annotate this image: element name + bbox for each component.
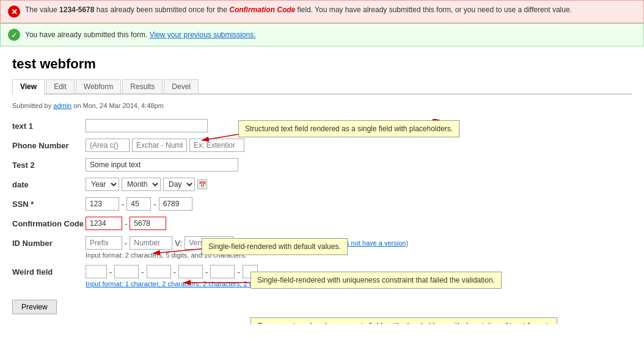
ssn-group: - - <box>86 197 632 211</box>
ssn-part2-input[interactable] <box>126 197 151 211</box>
calendar-icon[interactable]: 📅 <box>197 179 207 189</box>
tab-devel[interactable]: Devel <box>164 79 199 93</box>
ssn-part1-input[interactable] <box>86 197 119 211</box>
confirmation-field-row: Confirmation Code - <box>12 217 632 230</box>
phone-exchange-input[interactable] <box>132 139 187 152</box>
weird-group: - - - - - <box>86 265 632 278</box>
admin-link[interactable]: admin <box>53 102 71 109</box>
weird-format-link[interactable]: Input format: 1 character, 2 characters,… <box>86 280 373 287</box>
id-group: - V: (leave empty if your ID number does… <box>86 236 632 250</box>
success-text: You have already submitted this form. Vi… <box>25 31 256 39</box>
weird-field-row: Weird field - - - - - Input fo <box>12 265 632 287</box>
confirm-part1-input[interactable] <box>86 217 122 230</box>
tooltip4: Component rendered as separate fields wi… <box>251 317 557 324</box>
weird-sep4: - <box>205 267 208 276</box>
confirmation-label: Confirmation Code <box>12 217 86 228</box>
success-icon: ✓ <box>8 29 20 41</box>
weird-sep2: - <box>141 267 144 276</box>
ssn-part3-input[interactable] <box>159 197 192 211</box>
id-prefix-input[interactable] <box>86 236 122 250</box>
weird-sep3: - <box>174 267 176 276</box>
phone-label: Phone Number <box>12 139 86 150</box>
tab-edit[interactable]: Edit <box>46 79 75 93</box>
phone-group <box>86 139 632 152</box>
weird-input1[interactable] <box>86 265 107 278</box>
tab-results[interactable]: Results <box>122 79 163 93</box>
id-version-label: V: <box>175 239 182 248</box>
text1-input-col <box>86 119 632 132</box>
weird-input2[interactable] <box>114 265 139 278</box>
text1-field-row: text 1 <box>12 119 632 132</box>
text1-label: text 1 <box>12 119 86 131</box>
test2-field-row: Test 2 <box>12 158 632 172</box>
view-submissions-link[interactable]: View your previous submissions. <box>150 31 256 39</box>
page-title: test webform <box>12 56 632 72</box>
date-year-select[interactable]: Year <box>86 178 119 191</box>
phone-field-row: Phone Number <box>12 139 632 152</box>
test2-label: Test 2 <box>12 158 86 170</box>
error-icon: ✕ <box>8 5 20 18</box>
tab-bar: View Edit Webform Results Devel <box>12 79 632 95</box>
test2-input[interactable] <box>86 158 238 172</box>
error-banner: ✕ The value 1234-5678 has already been s… <box>0 0 644 23</box>
weird-input6[interactable] <box>243 265 258 278</box>
tab-view[interactable]: View <box>12 79 45 95</box>
weird-input5[interactable] <box>210 265 235 278</box>
phone-ext-input[interactable] <box>189 139 244 152</box>
preview-button[interactable]: Preview <box>12 300 57 314</box>
id-note: (leave empty if your ID number does not … <box>241 239 408 247</box>
ssn-field-row: SSN * - - <box>12 197 632 211</box>
weird-input3[interactable] <box>147 265 171 278</box>
ssn-required: * <box>31 200 34 209</box>
id-number-label: ID Number <box>12 236 86 248</box>
id-number-input[interactable] <box>130 236 172 250</box>
id-input-format: Input format: 2 characters, 5 digits, an… <box>86 251 632 259</box>
weird-sep5: - <box>237 267 240 276</box>
confirm-part2-input[interactable] <box>130 217 166 230</box>
weird-input4[interactable] <box>178 265 203 278</box>
date-field-row: date Year Month Day 📅 <box>12 178 632 191</box>
id-sep1: - <box>125 239 127 248</box>
weird-input-format: Input format: 1 character, 2 characters,… <box>86 280 632 287</box>
ssn-sep2: - <box>153 200 156 209</box>
weird-sep1: - <box>109 267 112 276</box>
error-text: The value 1234-5678 has already been sub… <box>25 5 572 14</box>
id-version-input[interactable] <box>185 236 233 250</box>
tab-webform[interactable]: Webform <box>76 79 121 93</box>
id-note-link[interactable]: does not have a version <box>335 239 406 247</box>
id-number-field-row: ID Number - V: (leave empty if your ID n… <box>12 236 632 259</box>
text1-input[interactable] <box>86 119 208 132</box>
date-day-select[interactable]: Day <box>163 178 195 191</box>
date-month-select[interactable]: Month <box>122 178 161 191</box>
submitted-by: Submitted by admin on Mon, 24 Mar 2014, … <box>12 102 632 109</box>
ssn-sep1: - <box>122 200 124 209</box>
date-label: date <box>12 178 86 189</box>
success-banner: ✓ You have already submitted this form. … <box>0 23 644 46</box>
preview-row: Preview <box>12 294 632 314</box>
weird-label: Weird field <box>12 265 86 276</box>
date-group: Year Month Day 📅 <box>86 178 632 191</box>
phone-area-input[interactable] <box>86 139 130 152</box>
ssn-label: SSN * <box>12 197 86 209</box>
confirm-sep: - <box>125 219 127 228</box>
confirmation-group: - <box>86 217 632 230</box>
